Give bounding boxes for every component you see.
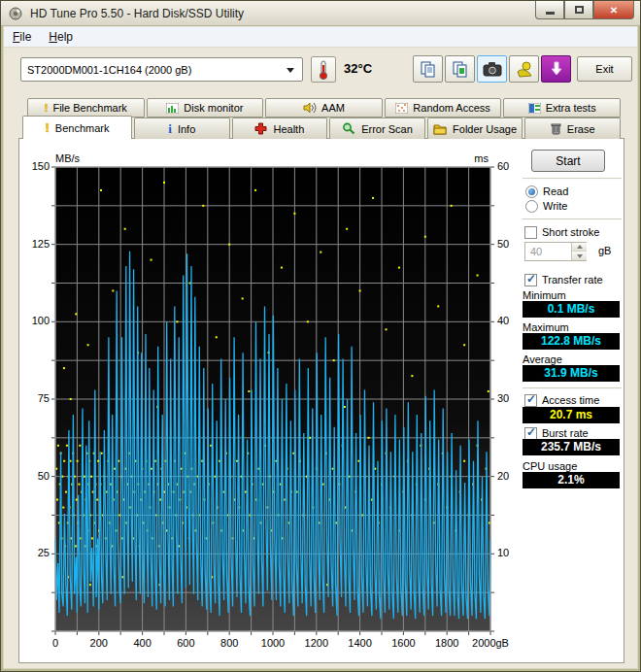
read-radio[interactable]	[525, 185, 538, 198]
axis-tick-label: 20	[497, 470, 509, 482]
axis-tick-label: 50	[38, 470, 50, 482]
cpu-usage-value: 2.1%	[523, 472, 620, 488]
tab-label: File Benchmark	[52, 102, 126, 114]
start-label: Start	[556, 154, 580, 168]
write-label: Write	[543, 200, 567, 212]
axis-tick-label: 400	[133, 637, 151, 649]
maximize-icon	[575, 6, 584, 14]
tab-label: Extra tests	[546, 102, 596, 114]
short-stroke-checkbox[interactable]	[524, 226, 537, 239]
capacity-spinner[interactable]: 40	[524, 242, 587, 261]
folder-icon	[433, 123, 447, 135]
short-stroke-label: Short stroke	[542, 226, 599, 238]
copy-image-button[interactable]	[445, 55, 475, 83]
axis-tick-label: 150	[32, 160, 50, 172]
capacity-value: 40	[530, 246, 542, 257]
copy-image-icon	[452, 60, 469, 78]
axis-tick-label: 600	[177, 637, 194, 649]
title-bar[interactable]: HD Tune Pro 5.50 - Hard Disk/SSD Utility…	[1, 1, 640, 26]
transfer-rate-checkbox[interactable]	[524, 274, 537, 286]
tab-label: Erase	[567, 123, 595, 135]
tab-extra-tests[interactable]: Extra tests	[503, 98, 621, 118]
extra-tests-icon	[528, 103, 541, 114]
exit-label: Exit	[595, 63, 613, 75]
benchmark-chart: MB/s ms 15012510075502560504030201002004…	[55, 167, 490, 631]
trash-icon	[551, 122, 561, 135]
exit-button[interactable]: Exit	[577, 56, 632, 82]
menu-help[interactable]: Help	[40, 28, 82, 46]
tab-benchmark[interactable]: ! Benchmark	[22, 116, 132, 139]
tab-file-benchmark[interactable]: ! File Benchmark	[27, 98, 145, 118]
axis-tick-label: 50	[497, 238, 509, 250]
access-time-value: 20.7 ms	[523, 407, 620, 423]
tab-label: Error Scan	[361, 123, 413, 135]
tab-label: AAM	[321, 102, 345, 114]
axis-tick-label: 200	[90, 637, 108, 649]
error-scan-icon	[342, 122, 355, 135]
y-left-unit: MB/s	[55, 152, 80, 164]
health-icon	[254, 122, 267, 135]
maximum-value: 122.8 MB/s	[523, 333, 620, 350]
random-access-icon	[395, 103, 408, 114]
tab-erase[interactable]: Erase	[524, 118, 621, 139]
menu-bar: File Help	[4, 27, 637, 48]
axis-tick-label: 75	[38, 392, 50, 404]
info-icon: i	[168, 121, 172, 137]
spinner-down-button[interactable]	[572, 252, 587, 260]
maximize-button[interactable]	[564, 1, 593, 19]
tab-label: Random Access	[413, 102, 489, 114]
close-button[interactable]: ✕	[593, 1, 634, 19]
burst-rate-label: Burst rate	[542, 427, 589, 439]
tab-random-access[interactable]: Random Access	[385, 98, 502, 118]
arrow-down-icon	[549, 61, 564, 77]
minimum-label: Minimum	[523, 289, 566, 301]
file-benchmark-icon: !	[45, 102, 49, 114]
access-time-checkbox[interactable]	[524, 394, 537, 407]
tab-label: Disk monitor	[184, 102, 243, 114]
benchmark-icon: !	[46, 120, 50, 135]
tab-folder-usage[interactable]: Folder Usage	[427, 118, 523, 139]
axis-tick-label: 60	[497, 160, 509, 172]
tab-error-scan[interactable]: Error Scan	[329, 118, 425, 139]
screenshot-button[interactable]	[477, 55, 507, 83]
separator	[523, 387, 622, 389]
tab-label: Benchmark	[55, 122, 110, 134]
tab-info[interactable]: i Info	[134, 118, 230, 139]
minimum-value: 0.1 MB/s	[523, 301, 620, 318]
temperature-button[interactable]	[311, 56, 336, 83]
spinner-up-button[interactable]	[572, 243, 587, 252]
triangle-down-icon	[577, 254, 583, 258]
axis-tick-label: 100	[32, 315, 50, 326]
tab-disk-monitor[interactable]: Disk monitor	[147, 98, 264, 118]
average-label: Average	[523, 353, 562, 365]
axis-tick-label: 1800	[435, 637, 458, 649]
write-radio[interactable]	[525, 200, 538, 213]
temperature-value: 32°C	[344, 61, 372, 76]
tab-health[interactable]: Health	[232, 118, 328, 139]
axis-tick-label: 2000gB	[472, 637, 509, 649]
menu-file[interactable]: File	[4, 28, 40, 46]
cpu-usage-label: CPU usage	[523, 460, 577, 472]
hand-coins-icon	[516, 60, 533, 78]
axis-tick-label: 40	[497, 315, 509, 326]
drive-select[interactable]: ST2000DM001-1CH164 (2000 gB)	[20, 57, 303, 82]
minimize-button[interactable]	[535, 1, 564, 19]
update-download-button[interactable]	[541, 55, 571, 83]
access-time-label: Access time	[542, 394, 599, 406]
axis-tick-label: 1400	[348, 637, 371, 649]
start-button[interactable]: Start	[531, 150, 605, 172]
burst-rate-value: 235.7 MB/s	[523, 439, 620, 455]
camera-icon	[483, 61, 502, 77]
app-window: HD Tune Pro 5.50 - Hard Disk/SSD Utility…	[0, 0, 641, 672]
minimize-icon	[546, 12, 555, 15]
app-icon	[9, 7, 22, 20]
speaker-icon	[303, 102, 317, 114]
toolbar: ST2000DM001-1CH164 (2000 gB) 32°C	[4, 48, 637, 90]
benchmark-page: MB/s ms 15012510075502560504030201002004…	[18, 138, 624, 663]
tab-aam[interactable]: AAM	[265, 98, 383, 118]
tab-row-secondary: ! File Benchmark Disk monitor AAM Random	[27, 98, 621, 118]
copy-text-button[interactable]	[413, 55, 443, 83]
transfer-rate-label: Transfer rate	[542, 274, 603, 286]
donate-button[interactable]	[509, 55, 539, 83]
y-right-unit: ms	[474, 152, 489, 164]
